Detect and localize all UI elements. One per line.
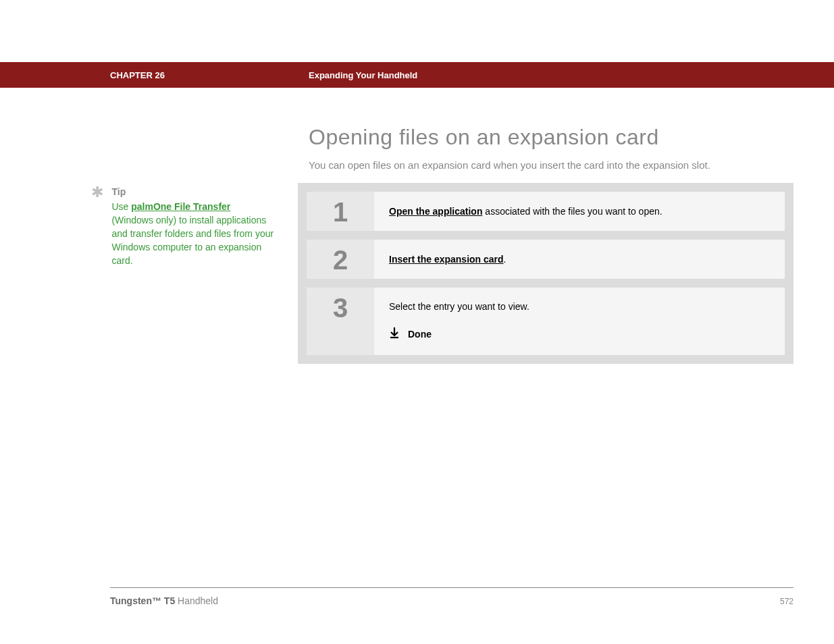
step-1-text: associated with the files you want to op… [482, 206, 662, 217]
done-row: Done [389, 327, 770, 342]
step-number-cell: 1 [307, 192, 374, 231]
step-content: Select the entry you want to view. Done [374, 288, 785, 355]
tip-sidebar: ✱ Tip Use palmOne File Transfer (Windows… [91, 186, 280, 267]
tip-prefix: Use [111, 201, 131, 212]
footer-product: Tungsten™ T5 Handheld [110, 595, 218, 606]
step-2-text: . [504, 254, 506, 265]
step-row-2: 2 Insert the expansion card. [307, 240, 785, 279]
done-arrow-icon [389, 327, 400, 342]
footer-divider [110, 587, 793, 588]
footer-product-rest: Handheld [175, 595, 218, 606]
step-content: Open the application associated with the… [374, 192, 785, 231]
step-number: 3 [333, 293, 348, 323]
chapter-header-bar: CHAPTER 26 Expanding Your Handheld [0, 62, 834, 88]
step-number-cell: 2 [307, 240, 374, 279]
tip-body: Use palmOne File Transfer (Windows only)… [111, 200, 273, 267]
footer-page-number: 572 [780, 597, 793, 606]
steps-container: 1 Open the application associated with t… [298, 183, 793, 364]
step-row-1: 1 Open the application associated with t… [307, 192, 785, 231]
open-application-link[interactable]: Open the application [389, 206, 482, 217]
asterisk-icon: ✱ [91, 186, 103, 198]
step-number-cell: 3 [307, 288, 374, 355]
tip-palmone-link[interactable]: palmOne File Transfer [131, 201, 230, 212]
footer-product-bold: Tungsten™ T5 [110, 595, 175, 606]
intro-paragraph: You can open files on an expansion card … [309, 159, 710, 171]
step-number: 2 [333, 245, 348, 275]
step-number: 1 [333, 197, 348, 227]
chapter-number: CHAPTER 26 [110, 70, 165, 80]
tip-suffix: (Windows only) to install applications a… [111, 215, 273, 266]
tip-label: Tip [111, 186, 273, 197]
step-row-3: 3 Select the entry you want to view. Don… [307, 288, 785, 355]
tip-content: Tip Use palmOne File Transfer (Windows o… [111, 186, 273, 267]
step-content: Insert the expansion card. [374, 240, 785, 279]
insert-card-link[interactable]: Insert the expansion card [389, 254, 504, 265]
page-heading: Opening files on an expansion card [309, 125, 659, 150]
chapter-title: Expanding Your Handheld [309, 70, 417, 80]
done-label: Done [408, 329, 432, 340]
step-3-text: Select the entry you want to view. [389, 301, 770, 312]
